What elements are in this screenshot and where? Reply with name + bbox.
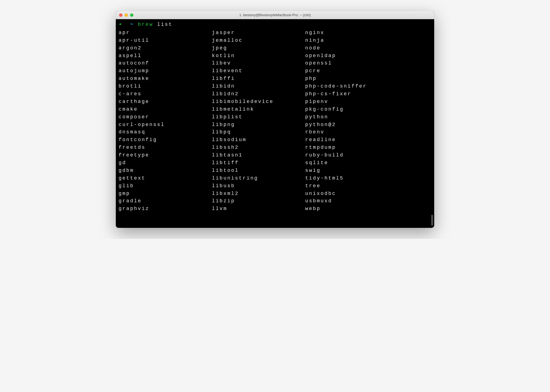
list-item: autojump (119, 67, 212, 75)
titlebar[interactable]: 1. bestony@BestonydeMacBook-Pro: ~ (zsh) (116, 11, 434, 19)
list-item: cmake (119, 106, 212, 113)
window-title: 1. bestony@BestonydeMacBook-Pro: ~ (zsh) (116, 13, 434, 17)
output-columns: apr apr-util argon2 aspell autoconf auto… (119, 29, 431, 213)
prompt-command: brew (138, 22, 153, 27)
list-item: unixodbc (305, 190, 399, 198)
list-item: rtmpdump (305, 144, 399, 152)
list-item: autoconf (119, 60, 212, 67)
list-item: php (305, 75, 399, 83)
terminal-viewport[interactable]: ➜ ~ brew list apr apr-util argon2 aspell… (116, 19, 434, 228)
list-item: php-cs-fixer (305, 90, 399, 98)
list-item: pkg-config (305, 106, 399, 113)
list-item: libplist (212, 113, 305, 121)
list-item: usbmuxd (305, 197, 399, 205)
output-col-2: jasper jemalloc jpeg kotlin libev libeve… (212, 29, 305, 213)
list-item: rbenv (305, 128, 399, 136)
list-item: tidy-html5 (305, 175, 399, 182)
list-item: gmp (119, 190, 212, 198)
list-item: sqlite (305, 159, 399, 167)
list-item: libzip (212, 197, 305, 205)
output-col-1: apr apr-util argon2 aspell autoconf auto… (119, 29, 212, 213)
list-item: gd (119, 159, 212, 167)
list-item: libtasn1 (212, 152, 305, 159)
list-item: libsodium (212, 136, 305, 144)
traffic-lights (119, 13, 133, 17)
prompt-args: list (157, 22, 172, 27)
list-item: apr (119, 29, 212, 37)
list-item: dnsmasq (119, 128, 212, 136)
list-item: freetds (119, 144, 212, 152)
list-item: libpng (212, 121, 305, 129)
list-item: libmetalink (212, 106, 305, 113)
close-icon[interactable] (119, 13, 122, 17)
list-item: kotlin (212, 52, 305, 60)
prompt-arrow-icon: ➜ (119, 22, 122, 27)
list-item: libpq (212, 128, 305, 136)
terminal-window: 1. bestony@BestonydeMacBook-Pro: ~ (zsh)… (116, 11, 434, 228)
list-item: libidn (212, 83, 305, 90)
list-item: carthage (119, 98, 212, 106)
list-item: libidn2 (212, 90, 305, 98)
list-item: libevent (212, 67, 305, 75)
list-item: ruby-build (305, 152, 399, 159)
list-item: gdbm (119, 167, 212, 175)
list-item: libimobiledevice (212, 98, 305, 106)
list-item: jasper (212, 29, 305, 37)
prompt-line: ➜ ~ brew list (119, 21, 431, 29)
list-item: node (305, 44, 399, 52)
list-item: brotli (119, 83, 212, 90)
list-item: pcre (305, 67, 399, 75)
list-item: libffi (212, 75, 305, 83)
list-item: swig (305, 167, 399, 175)
list-item: readline (305, 136, 399, 144)
scrollbar-thumb[interactable] (431, 215, 433, 226)
list-item: python@2 (305, 121, 399, 129)
list-item: apr-util (119, 37, 212, 44)
list-item: openldap (305, 52, 399, 60)
list-item: php-code-sniffer (305, 83, 399, 90)
list-item: composer (119, 113, 212, 121)
list-item: nginx (305, 29, 399, 37)
list-item: libxml2 (212, 190, 305, 198)
list-item: libtiff (212, 159, 305, 167)
list-item: freetype (119, 152, 212, 159)
list-item: jpeg (212, 44, 305, 52)
list-item: webp (305, 205, 399, 213)
list-item: libssh2 (212, 144, 305, 152)
list-item: python (305, 113, 399, 121)
list-item: glib (119, 182, 212, 190)
list-item: tree (305, 182, 399, 190)
list-item: pipenv (305, 98, 399, 106)
list-item: jemalloc (212, 37, 305, 44)
list-item: gradle (119, 197, 212, 205)
list-item: libev (212, 60, 305, 67)
list-item: libunistring (212, 175, 305, 182)
list-item: libtool (212, 167, 305, 175)
minimize-icon[interactable] (125, 13, 128, 17)
list-item: gettext (119, 175, 212, 182)
list-item: openssl (305, 60, 399, 67)
prompt-cwd: ~ (130, 22, 134, 27)
list-item: curl-openssl (119, 121, 212, 129)
list-item: libusb (212, 182, 305, 190)
list-item: graphviz (119, 205, 212, 213)
list-item: ninja (305, 37, 399, 44)
output-col-3: nginx ninja node openldap openssl pcre p… (305, 29, 399, 213)
list-item: llvm (212, 205, 305, 213)
list-item: fontconfig (119, 136, 212, 144)
list-item: argon2 (119, 44, 212, 52)
list-item: aspell (119, 52, 212, 60)
list-item: c-ares (119, 90, 212, 98)
list-item: automake (119, 75, 212, 83)
maximize-icon[interactable] (130, 13, 133, 17)
